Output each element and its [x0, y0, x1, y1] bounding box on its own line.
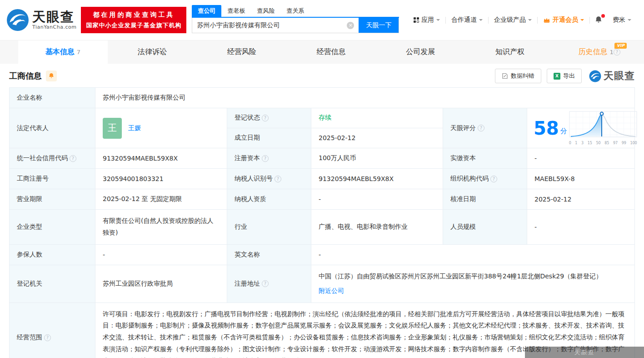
help-icon[interactable]: ? [490, 176, 497, 182]
export-button[interactable]: X 导出 [547, 69, 582, 83]
notification-dot [601, 14, 605, 18]
table-row: 登记机关 苏州工业园区行政审批局 注册地址 ? 中国（江苏）自由贸易试验区苏州片… [10, 265, 634, 303]
nav-vip-upgrade[interactable]: 开通会员 [538, 16, 589, 24]
reg-capital-label: 注册资本 ? [227, 148, 311, 168]
table-row: 参保人数 - 英文名称 - [10, 245, 634, 265]
reg-authority-value: 苏州工业园区行政审批局 [95, 265, 227, 303]
brand-watermark-text: 天眼查 [604, 69, 635, 83]
table-row: 营业期限 2025-02-12 至 无固定期限 纳税人资质 - 核准日期 202… [10, 189, 634, 210]
help-icon[interactable]: ? [478, 125, 484, 131]
tianyancha-logo-icon [589, 70, 601, 82]
tab-intellectual-property[interactable]: 知识产权 [465, 40, 555, 64]
nav-enterprise-products[interactable]: 企业级产品 [489, 16, 537, 24]
insured-count-label: 参保人数 [10, 245, 95, 265]
taxpayer-quality-value: - [311, 189, 443, 209]
score-distribution-chart: 0 1 3 15 50 85 97 99 100 [569, 111, 637, 145]
table-row: 工商注册号 320594001803321 纳税人识别号 ? 91320594M… [10, 169, 634, 189]
approval-date-label: 核准日期 [443, 189, 527, 209]
business-term-label: 营业期限 [10, 189, 95, 209]
search-tab-boss[interactable]: 查老板 [221, 5, 251, 17]
nav-partner-label: 合作通道 [451, 16, 477, 24]
apps-grid-icon [414, 17, 419, 23]
search-button[interactable]: 天眼一下 [359, 18, 399, 33]
nav-apps[interactable]: 应用 [408, 16, 445, 24]
search-tabs: 查公司 查老板 查风险 查关系 [192, 5, 399, 18]
help-icon[interactable]: ? [70, 155, 76, 162]
insured-count-value: - [95, 245, 227, 265]
taxpayer-quality-label: 纳税人资质 [227, 189, 311, 209]
paid-capital-value: - [527, 148, 634, 168]
reg-status-label: 登记状态 ? [227, 108, 311, 128]
promo-banner: 都在用的商业查询工具 国家中小企业发展子基金旗下机构 [81, 7, 186, 33]
credit-code-label: 统一社会信用代码 ? [10, 148, 95, 168]
chevron-down-icon [528, 19, 532, 23]
score-unit: 分 [560, 127, 567, 136]
tab-label: 经营信息 [317, 47, 346, 57]
status-date-subgrid: 登记状态 ? 存续 成立日期 2025-02-12 [227, 108, 443, 148]
tab-label: 经营风险 [227, 47, 256, 57]
excel-icon: X [554, 73, 560, 80]
table-row: 统一社会信用代码 ? 91320594MAEBL59X8X 注册资本 ? 100… [10, 148, 634, 169]
help-icon[interactable]: ? [275, 176, 281, 182]
help-icon[interactable]: ? [262, 155, 269, 162]
staff-size-value: - [527, 210, 634, 244]
tab-operational-risk[interactable]: 经营风险 [197, 40, 286, 64]
promo-line-2: 国家中小企业发展子基金旗下机构 [86, 21, 181, 30]
company-type-value: 有限责任公司(自然人投资或控股的法人独资) [95, 210, 227, 244]
help-icon[interactable]: ? [44, 334, 51, 341]
help-icon[interactable]: ? [262, 115, 269, 121]
business-term-value: 2025-02-12 至 无固定期限 [95, 189, 227, 209]
tab-legal-litigation[interactable]: 法律诉讼 [108, 40, 197, 64]
reg-authority-label: 登记机关 [10, 265, 95, 303]
nav-partner-channel[interactable]: 合作通道 [446, 16, 488, 24]
industry-label: 行业 [227, 210, 311, 244]
tab-label: 知识产权 [495, 47, 524, 57]
data-correction-label: 数据纠错 [511, 72, 534, 80]
nav-enterprise-label: 企业级产品 [494, 16, 526, 24]
search-box: × 天眼一下 [192, 18, 399, 33]
tab-business-info[interactable]: 经营信息 [286, 40, 376, 64]
legal-rep-name-link[interactable]: 王媛 [128, 124, 141, 132]
bell-icon [48, 73, 55, 79]
data-correction-button[interactable]: 数据纠错 [495, 69, 541, 83]
search-tab-risk[interactable]: 查风险 [251, 5, 280, 17]
clear-icon[interactable]: × [347, 22, 354, 29]
help-icon[interactable]: ? [614, 49, 620, 55]
page: 天眼查 TianYanCha.com 都在用的商业查询工具 国家中小企业发展子基… [0, 0, 644, 358]
vip-badge: VIP [614, 43, 627, 49]
crown-icon [543, 17, 550, 23]
company-name-label: 企业名称 [10, 88, 95, 108]
search-tab-company[interactable]: 查公司 [192, 5, 221, 17]
subscribe-bell-button[interactable] [46, 71, 57, 81]
taxpayer-id-value: 91320594MAEBL59X8X [311, 169, 443, 189]
nav-user[interactable]: 费米 [607, 16, 637, 24]
reg-number-label: 工商注册号 [10, 169, 95, 189]
score-axis-ticks: 0 1 3 15 50 85 97 99 100 [569, 141, 637, 145]
tab-basic-info[interactable]: 基本信息 7 [18, 40, 108, 64]
promo-line-1: 都在用的商业查询工具 [93, 11, 175, 19]
business-scope-label: 经营范围 ? [10, 303, 95, 358]
edit-doc-icon [502, 73, 508, 79]
english-name-value: - [311, 245, 634, 265]
org-code-label: 组织机构代码 ? [443, 169, 527, 189]
score-number: 58 [534, 119, 559, 137]
notification-bell[interactable] [590, 16, 607, 24]
chevron-down-icon [436, 19, 440, 23]
top-header: 天眼查 TianYanCha.com 都在用的商业查询工具 国家中小企业发展子基… [0, 0, 644, 40]
chevron-down-icon [628, 19, 631, 23]
help-icon[interactable]: ? [262, 280, 269, 287]
search-input[interactable] [192, 18, 347, 33]
nav-apps-label: 应用 [421, 16, 434, 24]
nav-user-label: 费米 [613, 16, 625, 24]
search-tab-relation[interactable]: 查关系 [280, 5, 310, 17]
reg-address-label: 注册地址 ? [227, 265, 311, 303]
tab-history-info[interactable]: VIP 历史信息 1 ? [554, 40, 644, 64]
tab-company-development[interactable]: 公司发展 [376, 40, 465, 64]
legal-rep-avatar[interactable]: 王 [103, 118, 122, 139]
company-name-value: 苏州小宇宙影视传媒有限公司 [95, 88, 634, 108]
tianyancha-logo[interactable]: 天眼查 TianYanCha.com [6, 9, 76, 31]
reg-capital-value: 100万人民币 [311, 148, 443, 168]
industry-value: 广播、电视、电影和录音制作业 [311, 210, 443, 244]
company-tab-bar: 基本信息 7 法律诉讼 经营风险 经营信息 公司发展 知识产权 VIP 历史信息… [0, 40, 644, 64]
nearby-companies-link[interactable]: 附近公司 [319, 285, 627, 297]
